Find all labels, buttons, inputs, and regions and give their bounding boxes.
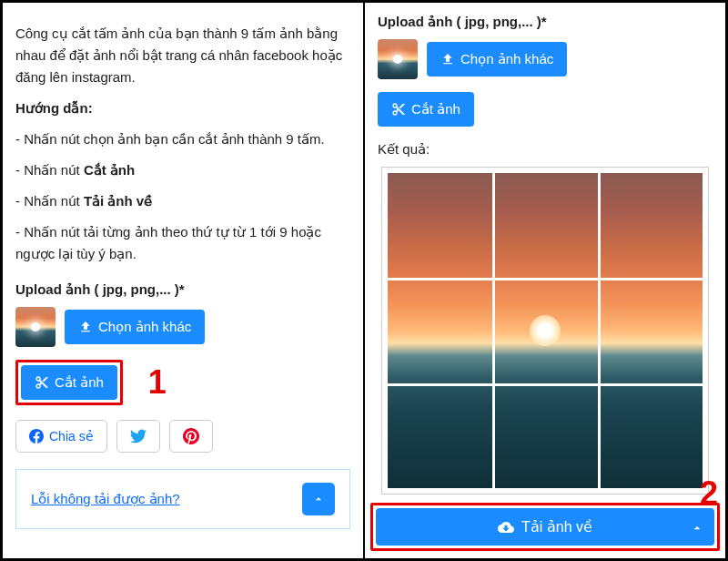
pinterest-share-button[interactable] (169, 420, 213, 453)
upload-icon (78, 320, 93, 334)
guide-step-4: - Nhấn nút tải từng ảnh theo thứ tự từ 1… (15, 221, 350, 265)
guide-step-2: - Nhấn nút Cắt ảnh (15, 159, 350, 181)
thumbnail-preview-right (378, 39, 418, 79)
description-text: Công cụ cắt tấm ảnh của bạn thành 9 tấm … (15, 23, 350, 88)
panel-right: Upload ảnh ( jpg, png,... )* Chọn ảnh kh… (364, 2, 726, 559)
social-row: Chia sẻ (15, 420, 350, 453)
upload-label: Upload ảnh ( jpg, png,... )* (15, 281, 350, 298)
choose-other-button-right[interactable]: Chọn ảnh khác (427, 42, 567, 76)
cloud-download-icon (498, 519, 514, 536)
chevron-up-icon (690, 521, 704, 536)
facebook-share-button[interactable]: Chia sẻ (15, 420, 107, 453)
step-1-highlight: Cắt ảnh (15, 360, 123, 405)
upload-label-right: Upload ảnh ( jpg, png,... )* (378, 14, 713, 30)
faq-link[interactable]: Lỗi không tải được ảnh? (31, 491, 180, 507)
panel-left: Công cụ cắt tấm ảnh của bạn thành 9 tấm … (2, 2, 364, 559)
thumbnail-preview (15, 307, 56, 347)
app-container: Công cụ cắt tấm ảnh của bạn thành 9 tấm … (0, 0, 728, 561)
choose-other-button[interactable]: Chọn ảnh khác (65, 310, 205, 344)
scroll-top-button[interactable] (680, 511, 714, 546)
guide-step-1: - Nhấn nút chọn ảnh bạn cần cắt ảnh thàn… (15, 128, 350, 150)
faq-caret-button[interactable] (302, 483, 335, 515)
result-grid-image (388, 173, 703, 488)
step-2-highlight: Tải ảnh về (370, 503, 720, 551)
twitter-share-button[interactable] (116, 420, 160, 453)
faq-accordion[interactable]: Lỗi không tải được ảnh? (15, 469, 350, 529)
twitter-icon (130, 428, 147, 444)
facebook-icon (29, 429, 44, 444)
result-grid-container (381, 167, 709, 495)
cut-button[interactable]: Cắt ảnh (21, 365, 117, 400)
pinterest-icon (183, 428, 199, 444)
scissors-icon (35, 375, 49, 390)
download-button[interactable]: Tải ảnh về (376, 508, 714, 546)
guide-title: Hướng dẫn: (15, 97, 350, 119)
cut-button-right[interactable]: Cắt ảnh (378, 92, 474, 127)
upload-icon (440, 52, 455, 66)
chevron-up-icon (312, 493, 325, 505)
grid-overlay (388, 173, 703, 488)
step-number-1: 1 (148, 363, 167, 402)
guide-step-3: - Nhấn nút Tải ảnh về (15, 190, 350, 212)
result-label: Kết quả: (378, 141, 713, 158)
scissors-icon (391, 102, 406, 117)
